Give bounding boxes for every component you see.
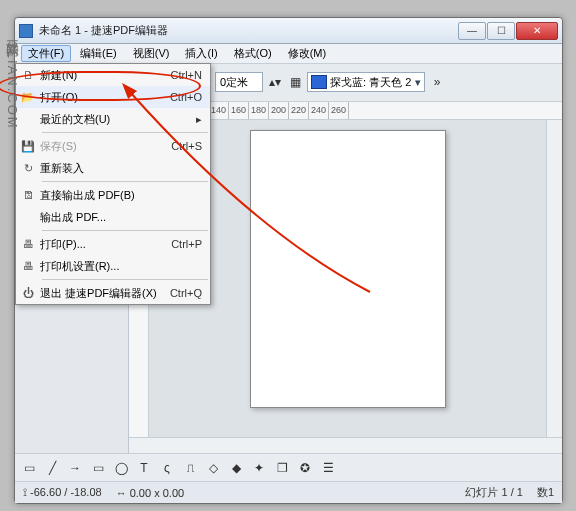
file-menu-dropdown: 🗋 新建(N) Ctrl+N 📂 打开(O)... Ctrl+O 最近的文档(U…: [15, 63, 211, 305]
toolbar-overflow-icon[interactable]: »: [429, 74, 445, 90]
menu-reload[interactable]: ↻ 重新装入: [16, 157, 210, 179]
spin-incdec-icon[interactable]: ▴▾: [267, 74, 283, 90]
watermark: 三联网 3LIAN.COM: [3, 30, 21, 130]
drawing-toolbar: ▭ ╱ → ▭ ◯ T ς ⎍ ◇ ◆ ✦ ❐ ✪ ☰: [15, 453, 562, 481]
menu-save[interactable]: 💾 保存(S) Ctrl+S: [16, 135, 210, 157]
menu-exportpdf-label: 直接输出成 PDF(B): [40, 188, 210, 203]
menu-recent[interactable]: 最近的文档(U) ▸: [16, 108, 210, 130]
menu-open[interactable]: 📂 打开(O)... Ctrl+O: [16, 86, 210, 108]
minimize-button[interactable]: —: [458, 22, 486, 40]
app-window: 未命名 1 - 捷速PDF编辑器 — ☐ ✕ 文件(F) 编辑(E) 视图(V)…: [14, 17, 563, 504]
menu-separator: [42, 279, 208, 280]
menu-separator: [42, 132, 208, 133]
pdf-icon: 🖺: [16, 184, 40, 206]
menu-printsetup-label: 打印机设置(R)...: [40, 259, 210, 274]
titlebar: 未命名 1 - 捷速PDF编辑器 — ☐ ✕: [15, 18, 562, 44]
color-swatch-icon: [311, 75, 327, 89]
chevron-down-icon: ▾: [412, 76, 424, 89]
menu-export-pdf-direct[interactable]: 🖺 直接输出成 PDF(B): [16, 184, 210, 206]
menu-export-pdf[interactable]: 输出成 PDF...: [16, 206, 210, 228]
menu-file[interactable]: 文件(F): [21, 45, 71, 62]
select-tool-icon[interactable]: ▭: [21, 460, 37, 476]
text-tool-icon[interactable]: T: [136, 460, 152, 476]
horizontal-scrollbar[interactable]: [129, 437, 562, 453]
menu-print-accel: Ctrl+P: [158, 238, 210, 250]
app-icon: [19, 24, 33, 38]
menu-modify[interactable]: 修改(M): [281, 45, 334, 62]
menu-open-label: 打开(O)...: [40, 90, 158, 105]
menu-exit[interactable]: ⏻ 退出 捷速PDF编辑器(X) Ctrl+Q: [16, 282, 210, 304]
color-dropdown[interactable]: 探戈蓝: 青天色 2 ▾: [307, 72, 425, 92]
fill-bucket-icon[interactable]: ▦: [287, 74, 303, 90]
maximize-button[interactable]: ☐: [487, 22, 515, 40]
print-icon: 🖶: [16, 233, 40, 255]
menu-insert[interactable]: 插入(I): [178, 45, 224, 62]
window-title: 未命名 1 - 捷速PDF编辑器: [39, 23, 458, 38]
spin-field[interactable]: 0定米: [215, 72, 263, 92]
star-shapes-icon[interactable]: ✦: [251, 460, 267, 476]
color-label: 探戈蓝: 青天色 2: [330, 75, 412, 90]
symbol-shapes-icon[interactable]: ◆: [228, 460, 244, 476]
printer-setup-icon: 🖶: [16, 255, 40, 277]
rect-tool-icon[interactable]: ▭: [90, 460, 106, 476]
menu-open-accel: Ctrl+O: [158, 91, 210, 103]
curve-tool-icon[interactable]: ς: [159, 460, 175, 476]
exit-icon: ⏻: [16, 282, 40, 304]
document-page[interactable]: [250, 130, 446, 408]
connector-tool-icon[interactable]: ⎍: [182, 460, 198, 476]
callout-shapes-icon[interactable]: ❐: [274, 460, 290, 476]
menu-exit-accel: Ctrl+Q: [158, 287, 210, 299]
menu-reload-label: 重新装入: [40, 161, 210, 176]
menu-separator: [42, 230, 208, 231]
menu-print-setup[interactable]: 🖶 打印机设置(R)...: [16, 255, 210, 277]
menu-save-label: 保存(S): [40, 139, 158, 154]
ellipse-tool-icon[interactable]: ◯: [113, 460, 129, 476]
basic-shapes-icon[interactable]: ◇: [205, 460, 221, 476]
status-count: 数1: [537, 485, 554, 500]
menu-export-label: 输出成 PDF...: [40, 210, 210, 225]
line-tool-icon[interactable]: ╱: [44, 460, 60, 476]
menu-new-label: 新建(N): [40, 68, 158, 83]
status-slide: 幻灯片 1 / 1: [465, 485, 522, 500]
menu-new[interactable]: 🗋 新建(N) Ctrl+N: [16, 64, 210, 86]
menu-exit-label: 退出 捷速PDF编辑器(X): [40, 286, 158, 301]
menu-new-accel: Ctrl+N: [158, 69, 210, 81]
vertical-scrollbar[interactable]: [546, 120, 562, 437]
menu-print-label: 打印(P)...: [40, 237, 158, 252]
menu-recent-label: 最近的文档(U): [40, 112, 158, 127]
save-icon: 💾: [16, 135, 40, 157]
menu-separator: [42, 181, 208, 182]
menu-print[interactable]: 🖶 打印(P)... Ctrl+P: [16, 233, 210, 255]
flowchart-shapes-icon[interactable]: ✪: [297, 460, 313, 476]
reload-icon: ↻: [16, 157, 40, 179]
status-coords: ⟟ -66.60 / -18.08: [23, 486, 102, 499]
status-size: ↔ 0.00 x 0.00: [116, 487, 185, 499]
menu-edit[interactable]: 编辑(E): [73, 45, 124, 62]
menu-save-accel: Ctrl+S: [158, 140, 210, 152]
more-tools-icon[interactable]: ☰: [320, 460, 336, 476]
close-button[interactable]: ✕: [516, 22, 558, 40]
arrow-tool-icon[interactable]: →: [67, 460, 83, 476]
menubar: 文件(F) 编辑(E) 视图(V) 插入(I) 格式(O) 修改(M) 🗋 新建…: [15, 44, 562, 64]
statusbar: ⟟ -66.60 / -18.08 ↔ 0.00 x 0.00 幻灯片 1 / …: [15, 481, 562, 503]
menu-view[interactable]: 视图(V): [126, 45, 177, 62]
submenu-arrow-icon: ▸: [158, 113, 210, 126]
menu-format[interactable]: 格式(O): [227, 45, 279, 62]
